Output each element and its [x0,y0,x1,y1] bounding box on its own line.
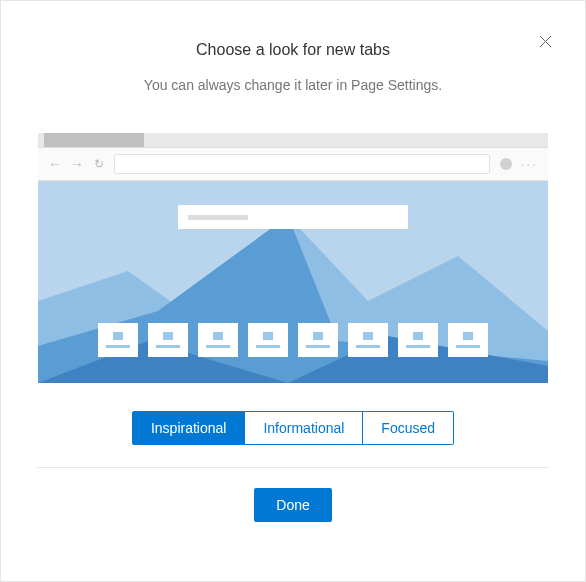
refresh-icon: ↻ [94,157,104,171]
dialog-subtitle: You can always change it later in Page S… [1,77,585,93]
preview-search-box [178,205,408,229]
preview-tile [298,323,338,357]
preview-tile [398,323,438,357]
preview-tile [448,323,488,357]
forward-arrow-icon: → [70,156,84,172]
option-focused[interactable]: Focused [363,411,454,445]
preview-tab-strip [38,133,548,147]
preview-toolbar-right: ··· [500,156,538,172]
divider [37,467,549,468]
preview-tile [348,323,388,357]
preview-nav-arrows: ← → [48,156,84,172]
action-row: Done [1,488,585,522]
done-button[interactable]: Done [254,488,331,522]
preview-content [38,181,548,383]
dialog-title: Choose a look for new tabs [1,41,585,59]
preview-tiles [98,323,488,357]
theme-preview: ← → ↻ ··· [38,133,548,383]
option-informational[interactable]: Informational [245,411,363,445]
back-arrow-icon: ← [48,156,62,172]
close-button[interactable] [533,29,557,53]
preview-search-placeholder [188,215,248,220]
preview-tile [198,323,238,357]
preview-tab [44,133,144,147]
profile-circle-icon [500,158,512,170]
preview-tile [248,323,288,357]
preview-toolbar: ← → ↻ ··· [38,147,548,181]
preview-tile [98,323,138,357]
theme-options: Inspirational Informational Focused [1,411,585,445]
option-inspirational[interactable]: Inspirational [132,411,246,445]
dialog-header: Choose a look for new tabs You can alway… [1,1,585,93]
preview-tile [148,323,188,357]
preview-browser-chrome: ← → ↻ ··· [38,133,548,181]
close-icon [539,35,552,48]
more-dots-icon: ··· [520,156,538,172]
preview-url-bar [114,154,490,174]
